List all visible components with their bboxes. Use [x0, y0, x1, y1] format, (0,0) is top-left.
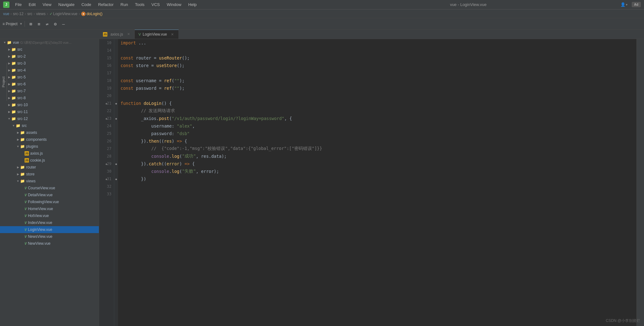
line-15: 15 — [99, 54, 114, 62]
newview-icon: V — [25, 242, 27, 245]
tree-item-src10[interactable]: 📁 src-10 — [0, 101, 99, 108]
menu-code[interactable]: Code — [78, 1, 94, 8]
menu-vcs[interactable]: VCS — [148, 1, 163, 8]
menu-help[interactable]: Help — [185, 1, 200, 8]
src10-arrow — [7, 103, 11, 107]
src8-arrow — [7, 96, 11, 100]
line-31: 31 — [99, 175, 114, 183]
tree-item-src6[interactable]: 📁 src-6 — [0, 81, 99, 88]
tree-item-src2[interactable]: 📁 src-2 — [0, 53, 99, 60]
menu-refactor[interactable]: Refactor — [95, 1, 117, 8]
src5-label: src-5 — [17, 75, 26, 79]
code-line-24: username : "alex" , — [121, 122, 634, 130]
tree-item-axiosjs[interactable]: JS axios.js — [0, 150, 99, 157]
tree-item-detailview[interactable]: V DetailView.vue — [0, 192, 99, 198]
tree-item-src12-src[interactable]: 📁 src — [0, 122, 99, 129]
newview-label: NewView.vue — [28, 241, 51, 246]
axiosjs-file-icon: JS — [25, 151, 29, 156]
tree-item-newsview[interactable]: V NewsView.vue — [0, 233, 99, 240]
breadcrumb-views[interactable]: views — [36, 12, 46, 16]
tab-axios-close[interactable]: ✕ — [126, 32, 131, 37]
line-14: 14 — [99, 47, 114, 54]
addon-button[interactable]: Ad — [632, 2, 641, 7]
tree-item-src8[interactable]: 📁 src-8 — [0, 94, 99, 101]
tree-root[interactable]: 📁 vue G:\课程\Django\笔记\day20 vue... — [0, 39, 99, 46]
tree-item-src[interactable]: 📁 src — [0, 46, 99, 53]
root-path: G:\课程\Django\笔记\day20 vue... — [20, 40, 71, 45]
views-folder-icon: 📁 — [20, 179, 25, 183]
breadcrumb-vue[interactable]: vue — [3, 12, 9, 16]
align2-button[interactable]: ⇌ — [44, 20, 51, 27]
menu-window[interactable]: Window — [164, 1, 184, 8]
homeview-icon: V — [25, 207, 27, 211]
breadcrumb-src12[interactable]: src-12 — [13, 12, 23, 16]
tree-item-loginview[interactable]: V LoginView.vue — [0, 226, 99, 233]
code-editor[interactable]: 10 14 15 16 17 18 19 20 21 22 23 24 25 2… — [99, 39, 636, 326]
tree-item-homeview[interactable]: V HomeView.vue — [0, 205, 99, 212]
breadcrumb-file[interactable]: LoginView.vue — [53, 12, 77, 16]
tree-item-newview[interactable]: V NewView.vue — [0, 240, 99, 247]
tree-item-src4[interactable]: 📁 src-4 — [0, 67, 99, 74]
tree-item-src12[interactable]: 📁 src-12 — [0, 115, 99, 122]
code-line-33 — [121, 190, 634, 198]
tab-axios[interactable]: JS axios.js ✕ — [99, 30, 135, 39]
tree-item-plugins[interactable]: 📁 plugins — [0, 143, 99, 150]
tree-item-src11[interactable]: 📁 src-11 — [0, 108, 99, 115]
menu-edit[interactable]: Edit — [25, 1, 39, 8]
tab-axios-label: axios.js — [110, 32, 123, 37]
line-23: 23 — [99, 115, 114, 122]
tab-loginview-close[interactable]: ✕ — [170, 32, 175, 37]
tree-item-followingview[interactable]: V FollowingView.vue — [0, 198, 99, 205]
tab-loginview-label: LoginView.vue — [143, 32, 167, 37]
breadcrumb-src[interactable]: src — [27, 12, 32, 16]
tree-item-src3[interactable]: 📁 src-3 — [0, 60, 99, 67]
src6-folder-icon: 📁 — [11, 82, 16, 86]
line-19: 19 — [99, 84, 114, 92]
code-area: 10 14 15 16 17 18 19 20 21 22 23 24 25 2… — [99, 39, 636, 326]
expand-icon: ▼ — [20, 22, 22, 26]
code-line-10: import ... — [121, 39, 634, 47]
tree-item-cookiejs[interactable]: JS cookie.js — [0, 157, 99, 164]
minimize-button[interactable]: — — [60, 20, 67, 27]
detailview-label: DetailView.vue — [28, 193, 53, 197]
layout-button[interactable]: ⊞ — [27, 20, 34, 27]
tree-item-components[interactable]: 📁 components — [0, 136, 99, 143]
tab-loginview[interactable]: V LoginView.vue ✕ — [135, 30, 179, 39]
courseview-label: CourseView.vue — [28, 186, 55, 190]
menu-file[interactable]: File — [12, 1, 25, 8]
tree-item-indexview[interactable]: V IndexView.vue — [0, 219, 99, 226]
tree-item-courseview[interactable]: V CourseView.vue — [0, 185, 99, 192]
code-content[interactable]: import ... const router = useRouter (); … — [118, 39, 636, 326]
tree-item-src7[interactable]: 📁 src-7 — [0, 88, 99, 94]
toolbar: ≡ Project ▼ ⊞ ≡ ⇌ ⚙ — — [0, 18, 644, 30]
tree-item-assets[interactable]: 📁 assets — [0, 129, 99, 136]
router-arrow — [16, 165, 20, 169]
src6-arrow — [7, 82, 11, 86]
assets-folder-icon: 📁 — [20, 130, 25, 135]
settings-button[interactable]: ⚙ — [52, 20, 59, 27]
src4-label: src-4 — [17, 68, 26, 72]
src12-folder-icon: 📁 — [11, 117, 16, 121]
tab-bar: JS axios.js ✕ V LoginView.vue ✕ — [0, 30, 644, 39]
menu-tools[interactable]: Tools — [132, 1, 148, 8]
src12-src-label: src — [22, 123, 27, 128]
align-button[interactable]: ≡ — [36, 20, 42, 27]
vue-tab-icon: V — [138, 32, 141, 36]
tree-item-views[interactable]: 📁 views — [0, 178, 99, 185]
tree-item-router[interactable]: 📁 router — [0, 164, 99, 171]
tree-item-hotview[interactable]: V HotView.vue — [0, 212, 99, 219]
menu-run[interactable]: Run — [117, 1, 131, 8]
tree-item-src5[interactable]: 📁 src-5 — [0, 74, 99, 81]
tree-item-store[interactable]: 📁 store — [0, 171, 99, 178]
file-tree: 📁 vue G:\课程\Django\笔记\day20 vue... 📁 src… — [0, 39, 99, 326]
user-icon[interactable]: 👤▾ — [620, 2, 628, 7]
src5-folder-icon: 📁 — [11, 75, 16, 79]
breadcrumb-method[interactable]: doLogin() — [87, 12, 103, 16]
main-layout: 📁 vue G:\课程\Django\笔记\day20 vue... 📁 src… — [0, 39, 644, 326]
homeview-label: HomeView.vue — [28, 207, 53, 211]
src-label: src — [17, 47, 22, 52]
cookiejs-label: cookie.js — [30, 158, 45, 163]
menu-navigate[interactable]: Navigate — [55, 1, 77, 8]
menu-view[interactable]: View — [39, 1, 54, 8]
project-side-tab[interactable]: Project — [0, 63, 7, 101]
